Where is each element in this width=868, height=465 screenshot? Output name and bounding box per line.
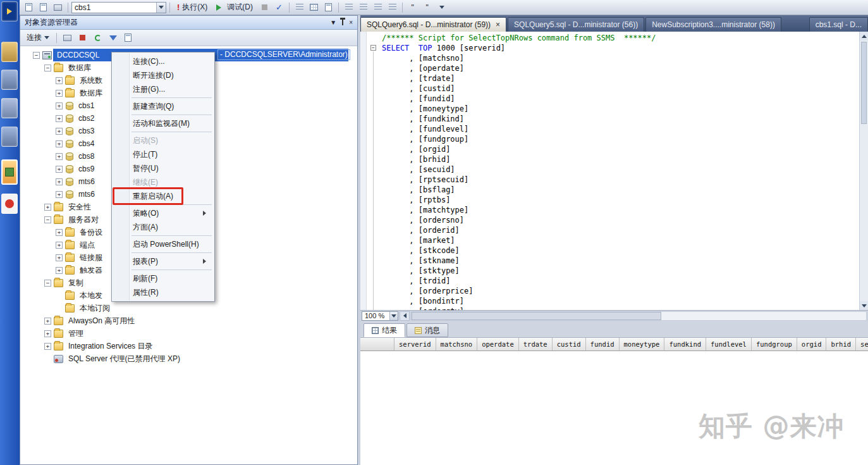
scrollbar-thumb[interactable] (412, 312, 661, 320)
document-tab[interactable]: NewSubscription3....ministrator (58))× (645, 17, 781, 32)
results-to-text-icon[interactable] (293, 1, 306, 14)
results-column-header[interactable]: fundid (586, 338, 620, 351)
results-column-header[interactable]: orgid (797, 338, 827, 351)
sql-editor[interactable]: − /****** Script for SelectTopNRows comm… (360, 32, 868, 310)
tree-expander[interactable]: − (44, 216, 51, 223)
tree-expander[interactable]: + (44, 318, 51, 325)
uncomment-icon[interactable] (357, 1, 370, 14)
context-menu-item[interactable]: 注册(G)... (113, 82, 214, 96)
dock-tool-icon-1[interactable] (1, 70, 18, 90)
scrollbar-track[interactable] (411, 311, 867, 321)
tree-expander[interactable]: + (56, 229, 63, 236)
document-tab[interactable]: SQLQuery5.sql - D...ministrator (56))× (508, 17, 644, 32)
refresh-icon[interactable] (91, 32, 104, 44)
tree-expander[interactable]: + (56, 166, 63, 173)
parse-query-icon[interactable]: ✓ (272, 1, 286, 14)
scroll-down-icon[interactable] (860, 301, 868, 310)
zoom-combo[interactable]: 100 % (362, 311, 398, 321)
context-menu-item[interactable]: 策略(O) (113, 206, 214, 220)
tree-expander[interactable]: + (56, 77, 63, 84)
results-column-header[interactable]: matchsno (436, 338, 478, 351)
fold-collapse-icon[interactable]: − (370, 45, 376, 51)
tree-expander[interactable]: + (56, 102, 63, 109)
results-column-header[interactable]: serverid (394, 338, 436, 351)
tree-expander[interactable]: + (56, 140, 63, 147)
context-menu-item[interactable]: 属性(R) (113, 285, 214, 299)
cancel-query-icon[interactable] (258, 1, 271, 14)
results-column-header[interactable]: operdate (477, 338, 519, 351)
scrollbar-thumb[interactable] (861, 42, 867, 124)
tree-expander[interactable]: + (56, 254, 63, 261)
context-menu-item[interactable]: 报表(P) (113, 254, 214, 268)
results-column-header[interactable]: brhid (826, 338, 856, 351)
tree-expander[interactable]: + (56, 128, 63, 135)
debug-button[interactable]: 调试(D) (212, 1, 257, 14)
results-grid-body[interactable] (360, 351, 868, 465)
tree-expander[interactable]: + (56, 115, 63, 122)
stop-icon[interactable] (76, 32, 89, 44)
tab-results[interactable]: 结果 (364, 323, 405, 337)
dock-tool-icon-3[interactable] (1, 127, 18, 147)
disconnect-server-icon[interactable] (61, 32, 74, 44)
dock-record-icon[interactable] (1, 194, 18, 214)
tree-expander[interactable]: + (56, 191, 63, 198)
database-combo[interactable]: cbs1 (71, 2, 166, 13)
tree-expander[interactable]: + (56, 242, 63, 249)
context-menu-item[interactable]: 方面(A) (113, 220, 214, 234)
context-menu-item[interactable]: 停止(T) (113, 147, 214, 161)
open-file-icon[interactable] (37, 1, 50, 14)
editor-vertical-scrollbar[interactable] (859, 32, 868, 310)
tree-item[interactable]: +AlwaysOn 高可用性 (20, 314, 357, 327)
scroll-up-icon[interactable] (860, 32, 868, 40)
context-menu-item[interactable]: 活动和监视器(M) (113, 116, 214, 130)
tree-expander[interactable]: + (44, 343, 51, 350)
outdent-icon[interactable] (386, 1, 399, 14)
document-tab[interactable]: SQLQuery6.sql - D...ministrator (59))× (360, 17, 506, 32)
results-column-header[interactable]: fundgroup (752, 338, 797, 351)
results-column-header[interactable]: fundkind (664, 338, 706, 351)
dock-collapse-icon[interactable] (1, 1, 18, 22)
context-menu-item[interactable]: 新建查询(Q) (113, 99, 214, 113)
tree-item[interactable]: 本地订阅 (20, 302, 357, 314)
tab-close-icon[interactable]: × (496, 21, 500, 28)
results-to-grid-icon[interactable] (307, 1, 321, 14)
tab-messages[interactable]: 消息 (406, 323, 448, 337)
results-column-header[interactable]: custid (553, 338, 586, 351)
script-icon[interactable] (121, 32, 135, 44)
context-menu-item[interactable]: 重新启动(A) (113, 189, 214, 203)
execute-button[interactable]: ! 执行(X) (173, 1, 211, 14)
filter-icon[interactable] (106, 32, 119, 44)
comment-icon[interactable] (342, 1, 355, 14)
tree-expander[interactable]: − (33, 52, 40, 59)
unquote-icon[interactable]: " (420, 1, 434, 14)
context-menu-item[interactable]: 刷新(F) (113, 271, 214, 285)
toolbar-overflow-icon[interactable] (435, 1, 448, 14)
results-column-header[interactable]: fundlevel (706, 338, 752, 351)
window-position-icon[interactable]: ▼ (330, 20, 336, 26)
document-tab[interactable]: cbs1.sql - D...× (809, 17, 868, 32)
dock-folder-icon[interactable] (1, 42, 18, 62)
tree-expander[interactable]: + (56, 90, 63, 97)
tree-expander[interactable]: + (56, 267, 63, 274)
tree-expander[interactable]: + (56, 153, 63, 160)
context-menu-item[interactable]: 断开连接(D) (113, 68, 214, 82)
results-column-header[interactable]: secuid (856, 338, 868, 351)
dock-active-tool-icon[interactable] (1, 159, 18, 185)
tree-expander[interactable]: − (44, 65, 51, 71)
scroll-left-icon[interactable] (400, 311, 410, 321)
tree-item[interactable]: +Integration Services 目录 (20, 340, 357, 352)
tree-item[interactable]: SQL Server 代理(已禁用代理 XP) (20, 352, 357, 365)
context-menu-item[interactable]: 暂停(U) (113, 161, 214, 175)
indent-icon[interactable] (371, 1, 384, 14)
tree-expander[interactable]: + (56, 178, 63, 185)
new-query-icon[interactable] (22, 1, 35, 14)
close-icon[interactable]: × (349, 20, 353, 26)
results-column-header[interactable]: trdate (519, 338, 553, 351)
tree-item[interactable]: +管理 (20, 327, 357, 340)
context-menu-item[interactable]: 启动 PowerShell(H) (113, 237, 214, 251)
combo-dropdown-button[interactable] (156, 3, 166, 13)
context-menu-item[interactable]: 连接(C)... (113, 54, 214, 68)
results-column-header[interactable]: moneytype (620, 338, 665, 351)
tree-expander[interactable]: − (44, 280, 51, 287)
tree-expander[interactable]: + (44, 330, 51, 337)
